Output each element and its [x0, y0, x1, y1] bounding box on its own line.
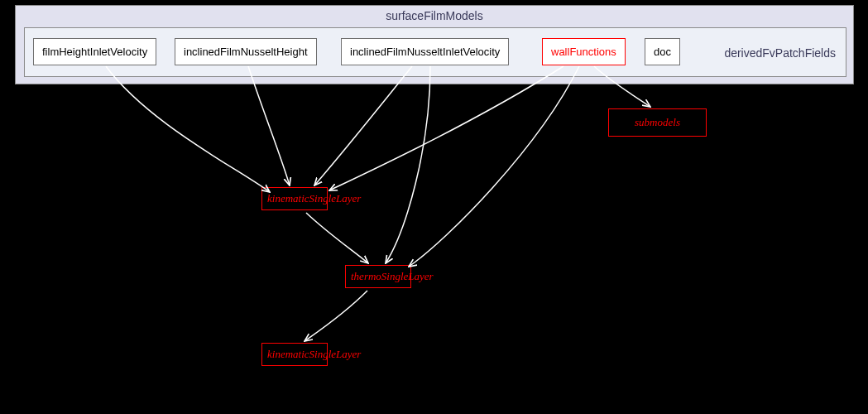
- node-label: filmHeightInletVelocity: [42, 46, 147, 58]
- node-film-height-inlet-velocity[interactable]: filmHeightInletVelocity: [33, 38, 156, 65]
- node-doc[interactable]: doc: [645, 38, 680, 65]
- node-label: doc: [654, 46, 671, 58]
- outer-title[interactable]: surfaceFilmModels: [16, 9, 853, 22]
- node-label: kinematicSingleLayer: [267, 192, 361, 205]
- node-inclined-nusselt-height[interactable]: inclinedFilmNusseltHeight: [175, 38, 317, 65]
- node-submodels[interactable]: submodels: [608, 108, 707, 137]
- node-inclined-nusselt-inlet-velocity[interactable]: inclinedFilmNusseltInletVelocity: [341, 38, 509, 65]
- node-kinematic-single-layer-bottom[interactable]: kinematicSingleLayer: [261, 343, 328, 366]
- node-label: submodels: [635, 116, 680, 128]
- node-label: wallFunctions: [551, 46, 616, 58]
- outer-title-text: surfaceFilmModels: [386, 9, 482, 22]
- inner-title: derivedFvPatchFields: [724, 28, 836, 78]
- node-kinematic-single-layer-top[interactable]: kinematicSingleLayer: [261, 187, 328, 210]
- node-wall-functions[interactable]: wallFunctions: [542, 38, 626, 65]
- node-label: kinematicSingleLayer: [267, 348, 361, 360]
- node-thermo-single-layer[interactable]: thermoSingleLayer: [345, 265, 411, 288]
- node-label: inclinedFilmNusseltInletVelocity: [350, 46, 500, 58]
- node-label: inclinedFilmNusseltHeight: [184, 46, 308, 58]
- inner-title-text: derivedFvPatchFields: [724, 46, 836, 60]
- node-label: thermoSingleLayer: [351, 270, 434, 282]
